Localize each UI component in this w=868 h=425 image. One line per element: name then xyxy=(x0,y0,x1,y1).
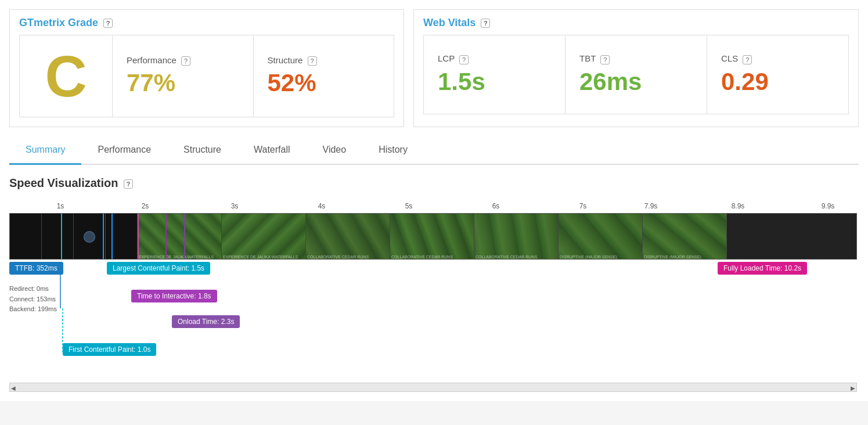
marker-2s: 2s xyxy=(142,202,149,210)
vline-fcp xyxy=(61,214,62,259)
structure-value: 52% xyxy=(268,69,316,97)
frame-2 xyxy=(74,214,106,260)
labels-area: TTFB: 352ms Redirect: 0ms Connect: 153ms… xyxy=(9,262,857,378)
performance-label: Performance ? xyxy=(127,55,190,66)
connector-lines xyxy=(9,262,857,378)
tabs-list: Summary Performance Structure Waterfall … xyxy=(9,136,859,164)
grade-title-text: GTmetrix Grade xyxy=(19,17,98,28)
lcp-value: 1.5s xyxy=(438,68,485,96)
marker-5s: 5s xyxy=(405,202,413,210)
onload-badge: Onload Time: 2.3s xyxy=(172,315,240,328)
tbt-help-icon[interactable]: ? xyxy=(600,55,610,64)
vitals-help-icon[interactable]: ? xyxy=(481,19,490,28)
cls-label: CLS ? xyxy=(721,53,752,64)
tbt-value: 26ms xyxy=(579,68,642,96)
marker-79s: 7.9s xyxy=(644,202,658,210)
tbt-item: TBT ? 26ms xyxy=(566,35,707,114)
speed-viz-help-icon[interactable]: ? xyxy=(124,179,133,189)
ttfb-detail: Redirect: 0ms Connect: 153ms Backend: 19… xyxy=(9,284,57,315)
fully-loaded-badge: Fully Loaded Time: 10.2s xyxy=(718,262,807,275)
frame-1 xyxy=(42,214,74,260)
vline-lcp-start xyxy=(111,214,113,259)
vitals-section-title: Web Vitals ? xyxy=(423,17,849,29)
cls-item: CLS ? 0.29 xyxy=(707,35,848,114)
frame-3 xyxy=(106,214,138,260)
gtmetrix-grade-section: GTmetrix Grade ? C Performance ? 77% xyxy=(9,9,404,127)
time-markers: 1s 2s 3s 4s 5s 6s 7s 7.9s 8.9s 9.9s xyxy=(9,199,857,213)
tti-badge: Time to Interactive: 1.8s xyxy=(131,290,217,302)
tab-summary[interactable]: Summary xyxy=(9,136,81,165)
speed-viz-title: Speed Visualization ? xyxy=(9,177,859,190)
grade-section-title: GTmetrix Grade ? xyxy=(19,17,394,29)
cls-value: 0.29 xyxy=(721,68,769,96)
vline-ttfb xyxy=(103,214,104,259)
marker-7s: 7s xyxy=(579,202,587,210)
grade-metrics: Performance ? 77% Structure ? 52% xyxy=(113,35,394,117)
frame-4: EXPERIENCE DE JALIKA WATERFALLS xyxy=(138,214,222,260)
structure-label: Structure ? xyxy=(268,55,317,66)
grade-card: C Performance ? 77% Structure ? xyxy=(19,35,394,117)
vline-lcp xyxy=(138,214,139,259)
web-vitals-section: Web Vitals ? LCP ? 1.5s TBT ? 26ms xyxy=(413,9,859,127)
vline-tti xyxy=(165,214,167,259)
marker-3s: 3s xyxy=(231,202,239,210)
tab-structure[interactable]: Structure xyxy=(167,136,237,165)
timeline-wrapper[interactable]: 1s 2s 3s 4s 5s 6s 7s 7.9s 8.9s 9.9s xyxy=(9,199,859,392)
tab-waterfall[interactable]: Waterfall xyxy=(237,136,307,165)
scrollbar[interactable]: ◀ ▶ xyxy=(9,383,857,392)
performance-value: 77% xyxy=(127,69,175,97)
frame-10: DISRUPTIVE (MAJOR SENSE) xyxy=(643,214,727,260)
marker-89s: 8.9s xyxy=(732,202,745,210)
vitals-title-text: Web Vitals xyxy=(423,17,476,28)
tab-history[interactable]: History xyxy=(362,136,424,165)
tabs-section: Summary Performance Structure Waterfall … xyxy=(9,136,859,165)
frame-6: COLLABORATIVE CEDAR RUNS xyxy=(306,214,390,260)
grade-help-icon[interactable]: ? xyxy=(103,19,113,28)
cls-help-icon[interactable]: ? xyxy=(743,55,752,64)
connect-text: Connect: 153ms xyxy=(9,294,57,305)
performance-metric: Performance ? 77% xyxy=(113,35,254,117)
marker-99s: 9.9s xyxy=(822,202,835,210)
marker-6s: 6s xyxy=(492,202,500,210)
frame-0 xyxy=(10,214,42,260)
frame-9: DISRUPTIVE (MAJOR SENSE) xyxy=(559,214,643,260)
tab-video[interactable]: Video xyxy=(307,136,363,165)
backend-text: Backend: 199ms xyxy=(9,304,57,315)
tbt-label: TBT ? xyxy=(579,53,610,64)
performance-help-icon[interactable]: ? xyxy=(181,56,190,66)
frame-7: COLLABORATIVE CEDAR RUNS xyxy=(390,214,474,260)
grade-letter-box: C xyxy=(20,35,113,117)
marker-4s: 4s xyxy=(318,202,326,210)
lcp-label: LCP ? xyxy=(438,53,469,64)
scroll-right-arrow[interactable]: ▶ xyxy=(851,385,855,391)
scroll-left-arrow[interactable]: ◀ xyxy=(11,385,16,391)
fcp-badge: First Contentful Paint: 1.0s xyxy=(63,343,156,356)
tab-performance[interactable]: Performance xyxy=(81,136,167,165)
timeline-inner: 1s 2s 3s 4s 5s 6s 7s 7.9s 8.9s 9.9s xyxy=(9,199,857,392)
marker-1s: 1s xyxy=(57,202,64,210)
vitals-card: LCP ? 1.5s TBT ? 26ms CLS ? xyxy=(423,35,849,114)
grade-letter: C xyxy=(45,47,87,105)
scroll-controls: ◀ ▶ xyxy=(10,383,856,392)
structure-metric: Structure ? 52% xyxy=(254,35,394,117)
lcp-item: LCP ? 1.5s xyxy=(424,35,566,114)
frame-5: EXPERIENCE DE JALIKA WATERFALLS xyxy=(222,214,306,260)
filmstrip: EXPERIENCE DE JALIKA WATERFALLS EXPERIEN… xyxy=(9,213,857,260)
structure-help-icon[interactable]: ? xyxy=(308,56,317,66)
lcp-help-icon[interactable]: ? xyxy=(459,55,469,64)
frame-8: COLLABORATIVE CEDAR RUNS xyxy=(474,214,559,260)
ttfb-badge: TTFB: 352ms xyxy=(9,262,63,275)
vline-onload xyxy=(184,214,185,259)
redirect-text: Redirect: 0ms xyxy=(9,284,57,294)
speed-viz-section: Speed Visualization ? 1s 2s 3s 4s 5s 6s … xyxy=(9,177,859,401)
lcp-badge: Largest Contentful Paint: 1.5s xyxy=(107,262,210,275)
